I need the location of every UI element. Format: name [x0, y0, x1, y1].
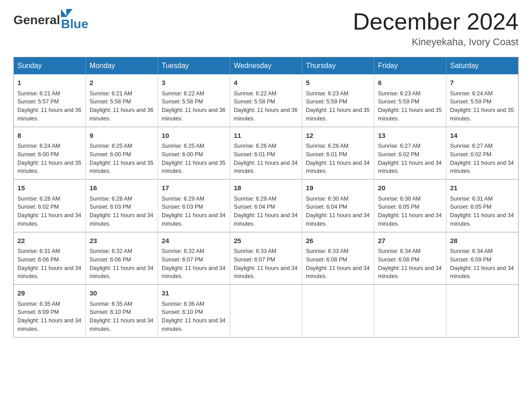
day-info: Sunrise: 6:25 AMSunset: 6:00 PMDaylight:…	[90, 143, 153, 174]
day-number: 19	[306, 183, 370, 193]
table-row: 14 Sunrise: 6:27 AMSunset: 6:02 PMDaylig…	[446, 127, 519, 180]
day-info: Sunrise: 6:35 AMSunset: 6:10 PMDaylight:…	[90, 301, 153, 332]
day-number: 21	[450, 183, 515, 193]
table-row: 7 Sunrise: 6:24 AMSunset: 5:59 PMDayligh…	[446, 74, 519, 127]
calendar-week-row: 29 Sunrise: 6:35 AMSunset: 6:09 PMDaylig…	[14, 285, 519, 338]
day-number: 13	[378, 131, 442, 141]
table-row: 18 Sunrise: 6:29 AMSunset: 6:04 PMDaylig…	[230, 180, 302, 232]
day-info: Sunrise: 6:24 AMSunset: 6:00 PMDaylight:…	[17, 143, 81, 174]
day-info: Sunrise: 6:26 AMSunset: 6:01 PMDaylight:…	[234, 143, 297, 174]
day-info: Sunrise: 6:33 AMSunset: 6:07 PMDaylight:…	[234, 248, 297, 279]
day-number: 3	[162, 78, 226, 88]
day-info: Sunrise: 6:29 AMSunset: 6:04 PMDaylight:…	[234, 196, 297, 227]
day-info: Sunrise: 6:21 AMSunset: 5:58 PMDaylight:…	[90, 90, 153, 122]
header-friday: Friday	[374, 57, 446, 75]
title-section: December 2024 Kineyekaha, Ivory Coast	[353, 9, 519, 48]
table-row: 24 Sunrise: 6:32 AMSunset: 6:07 PMDaylig…	[158, 232, 230, 285]
table-row: 28 Sunrise: 6:34 AMSunset: 6:09 PMDaylig…	[446, 232, 519, 285]
logo-blue-text: Blue	[61, 17, 88, 31]
header-tuesday: Tuesday	[158, 57, 230, 75]
table-row: 10 Sunrise: 6:25 AMSunset: 6:00 PMDaylig…	[158, 127, 230, 180]
day-number: 23	[90, 236, 154, 246]
table-row: 26 Sunrise: 6:33 AMSunset: 6:08 PMDaylig…	[302, 232, 374, 285]
day-info: Sunrise: 6:32 AMSunset: 6:07 PMDaylight:…	[162, 248, 225, 279]
table-row: 12 Sunrise: 6:26 AMSunset: 6:01 PMDaylig…	[302, 127, 374, 180]
day-number: 24	[162, 236, 226, 246]
calendar-header-row: Sunday Monday Tuesday Wednesday Thursday…	[14, 57, 519, 75]
calendar-table: Sunday Monday Tuesday Wednesday Thursday…	[13, 57, 519, 338]
table-row: 4 Sunrise: 6:22 AMSunset: 5:58 PMDayligh…	[230, 74, 302, 127]
table-row: 22 Sunrise: 6:31 AMSunset: 6:06 PMDaylig…	[14, 232, 86, 285]
day-info: Sunrise: 6:30 AMSunset: 6:05 PMDaylight:…	[378, 196, 442, 227]
header-wednesday: Wednesday	[230, 57, 302, 75]
day-number: 1	[17, 78, 82, 88]
logo-blue-section: Blue	[61, 9, 88, 31]
month-title: December 2024	[353, 9, 519, 34]
table-row: 6 Sunrise: 6:23 AMSunset: 5:59 PMDayligh…	[374, 74, 446, 127]
day-info: Sunrise: 6:22 AMSunset: 5:58 PMDaylight:…	[162, 90, 225, 122]
day-info: Sunrise: 6:29 AMSunset: 6:03 PMDaylight:…	[162, 196, 225, 227]
table-row: 2 Sunrise: 6:21 AMSunset: 5:58 PMDayligh…	[86, 74, 158, 127]
table-row	[446, 285, 519, 338]
day-info: Sunrise: 6:22 AMSunset: 5:58 PMDaylight:…	[234, 90, 297, 122]
day-number: 4	[234, 78, 298, 88]
day-number: 9	[90, 131, 154, 141]
table-row: 8 Sunrise: 6:24 AMSunset: 6:00 PMDayligh…	[14, 127, 86, 180]
calendar-week-row: 8 Sunrise: 6:24 AMSunset: 6:00 PMDayligh…	[14, 127, 519, 180]
day-info: Sunrise: 6:28 AMSunset: 6:03 PMDaylight:…	[90, 196, 153, 227]
day-number: 27	[378, 236, 442, 246]
table-row: 13 Sunrise: 6:27 AMSunset: 6:02 PMDaylig…	[374, 127, 446, 180]
day-number: 5	[306, 78, 370, 88]
table-row: 19 Sunrise: 6:30 AMSunset: 6:04 PMDaylig…	[302, 180, 374, 232]
day-info: Sunrise: 6:35 AMSunset: 6:09 PMDaylight:…	[17, 301, 81, 332]
header-sunday: Sunday	[14, 57, 86, 75]
day-number: 11	[234, 131, 298, 141]
table-row: 20 Sunrise: 6:30 AMSunset: 6:05 PMDaylig…	[374, 180, 446, 232]
day-number: 10	[162, 131, 226, 141]
day-number: 8	[17, 131, 82, 141]
day-number: 20	[378, 183, 442, 193]
day-info: Sunrise: 6:34 AMSunset: 6:08 PMDaylight:…	[378, 248, 442, 279]
table-row: 9 Sunrise: 6:25 AMSunset: 6:00 PMDayligh…	[86, 127, 158, 180]
table-row: 17 Sunrise: 6:29 AMSunset: 6:03 PMDaylig…	[158, 180, 230, 232]
day-number: 30	[90, 288, 154, 299]
header-saturday: Saturday	[446, 57, 519, 75]
page-header: General Blue December 2024 Kineyekaha, I…	[13, 9, 519, 48]
day-number: 2	[90, 78, 154, 88]
table-row: 23 Sunrise: 6:32 AMSunset: 6:06 PMDaylig…	[86, 232, 158, 285]
table-row: 27 Sunrise: 6:34 AMSunset: 6:08 PMDaylig…	[374, 232, 446, 285]
header-thursday: Thursday	[302, 57, 374, 75]
day-number: 31	[162, 288, 226, 299]
table-row: 5 Sunrise: 6:23 AMSunset: 5:59 PMDayligh…	[302, 74, 374, 127]
logo-general-text: General	[13, 13, 60, 27]
day-info: Sunrise: 6:25 AMSunset: 6:00 PMDaylight:…	[162, 143, 225, 174]
day-number: 7	[450, 78, 515, 88]
table-row: 16 Sunrise: 6:28 AMSunset: 6:03 PMDaylig…	[86, 180, 158, 232]
day-info: Sunrise: 6:24 AMSunset: 5:59 PMDaylight:…	[450, 90, 514, 122]
day-info: Sunrise: 6:27 AMSunset: 6:02 PMDaylight:…	[450, 143, 514, 174]
day-number: 16	[90, 183, 154, 193]
table-row: 30 Sunrise: 6:35 AMSunset: 6:10 PMDaylig…	[86, 285, 158, 338]
calendar-week-row: 15 Sunrise: 6:28 AMSunset: 6:02 PMDaylig…	[14, 180, 519, 232]
day-info: Sunrise: 6:30 AMSunset: 6:04 PMDaylight:…	[306, 196, 369, 227]
calendar-week-row: 22 Sunrise: 6:31 AMSunset: 6:06 PMDaylig…	[14, 232, 519, 285]
day-info: Sunrise: 6:36 AMSunset: 6:10 PMDaylight:…	[162, 301, 225, 332]
table-row: 3 Sunrise: 6:22 AMSunset: 5:58 PMDayligh…	[158, 74, 230, 127]
logo: General Blue	[13, 9, 88, 31]
day-number: 12	[306, 131, 370, 141]
day-info: Sunrise: 6:33 AMSunset: 6:08 PMDaylight:…	[306, 248, 369, 279]
table-row	[302, 285, 374, 338]
day-number: 17	[162, 183, 226, 193]
day-number: 22	[17, 236, 82, 246]
table-row: 15 Sunrise: 6:28 AMSunset: 6:02 PMDaylig…	[14, 180, 86, 232]
day-number: 29	[17, 288, 82, 299]
day-info: Sunrise: 6:28 AMSunset: 6:02 PMDaylight:…	[17, 196, 81, 227]
table-row	[374, 285, 446, 338]
table-row: 31 Sunrise: 6:36 AMSunset: 6:10 PMDaylig…	[158, 285, 230, 338]
day-info: Sunrise: 6:26 AMSunset: 6:01 PMDaylight:…	[306, 143, 369, 174]
day-info: Sunrise: 6:23 AMSunset: 5:59 PMDaylight:…	[306, 90, 369, 122]
table-row: 1 Sunrise: 6:21 AMSunset: 5:57 PMDayligh…	[14, 74, 86, 127]
header-monday: Monday	[86, 57, 158, 75]
day-info: Sunrise: 6:21 AMSunset: 5:57 PMDaylight:…	[17, 90, 81, 122]
day-number: 15	[17, 183, 82, 193]
